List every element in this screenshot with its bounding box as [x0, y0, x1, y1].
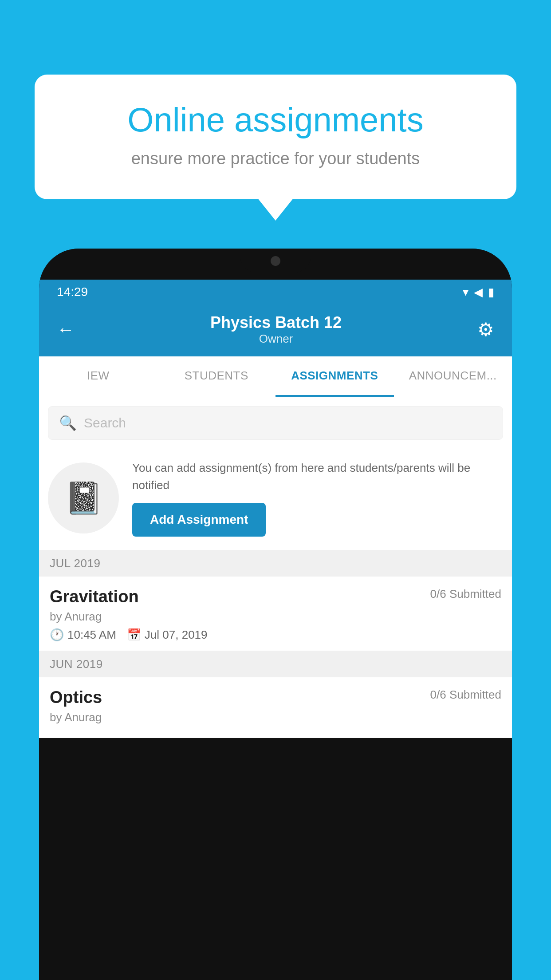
time-value: 10:45 AM: [67, 628, 116, 642]
search-placeholder: Search: [84, 415, 126, 431]
tab-assignments[interactable]: ASSIGNMENTS: [276, 356, 394, 397]
settings-icon[interactable]: ⚙: [477, 319, 494, 340]
notebook-icon: 📓: [64, 480, 103, 516]
speech-bubble-container: Online assignments ensure more practice …: [35, 75, 516, 199]
assignment-name-optics: Optics: [50, 688, 102, 707]
header-subtitle: Owner: [210, 332, 342, 346]
assignment-item-gravitation[interactable]: Gravitation 0/6 Submitted by Anurag 🕐 10…: [39, 577, 512, 651]
clock-icon: 🕐: [50, 628, 64, 642]
screen-content: 🔍 Search 📓 You can add assignment(s) fro…: [39, 397, 512, 738]
phone-frame: 14:29 ▾ ◀ ▮ ← Physics Batch 12 Owner ⚙ I…: [39, 249, 512, 980]
speech-bubble: Online assignments ensure more practice …: [35, 75, 516, 199]
add-assignment-section: 📓 You can add assignment(s) from here an…: [39, 449, 512, 550]
tab-iew[interactable]: IEW: [39, 356, 157, 397]
calendar-icon: 📅: [127, 628, 141, 642]
tab-students[interactable]: STUDENTS: [157, 356, 276, 397]
assignment-submitted-optics: 0/6 Submitted: [430, 688, 501, 702]
signal-icon: ◀: [474, 285, 483, 299]
tab-announcements[interactable]: ANNOUNCEM...: [394, 356, 512, 397]
add-assignment-right: You can add assignment(s) from here and …: [132, 459, 503, 537]
search-icon: 🔍: [59, 415, 77, 431]
wifi-icon: ▾: [463, 285, 468, 299]
assignment-item-optics[interactable]: Optics 0/6 Submitted by Anurag: [39, 677, 512, 738]
speech-bubble-title: Online assignments: [66, 101, 485, 138]
status-time: 14:29: [57, 285, 88, 299]
speech-bubble-subtitle: ensure more practice for your students: [66, 149, 485, 168]
assignment-submitted: 0/6 Submitted: [430, 587, 501, 601]
status-icons: ▾ ◀ ▮: [463, 285, 494, 299]
add-assignment-button[interactable]: Add Assignment: [132, 503, 266, 537]
header-title: Physics Batch 12: [210, 313, 342, 332]
phone-notch: [240, 249, 311, 273]
assignment-time: 🕐 10:45 AM: [50, 628, 116, 642]
app-header: ← Physics Batch 12 Owner ⚙: [39, 304, 512, 356]
status-bar: 14:29 ▾ ◀ ▮: [39, 280, 512, 304]
section-header-jul-2019: JUL 2019: [39, 550, 512, 577]
assignment-by-optics: by Anurag: [50, 711, 501, 724]
add-assignment-description: You can add assignment(s) from here and …: [132, 459, 503, 494]
assignment-icon-circle: 📓: [48, 462, 119, 533]
assignment-item-top-optics: Optics 0/6 Submitted: [50, 688, 501, 707]
phone-camera: [271, 256, 280, 266]
date-value: Jul 07, 2019: [145, 628, 208, 642]
battery-icon: ▮: [488, 285, 494, 299]
assignment-name: Gravitation: [50, 587, 139, 606]
phone-notch-area: [39, 249, 512, 280]
assignment-by: by Anurag: [50, 610, 501, 624]
search-bar[interactable]: 🔍 Search: [48, 406, 503, 440]
header-center: Physics Batch 12 Owner: [210, 313, 342, 346]
assignment-date: 📅 Jul 07, 2019: [127, 628, 208, 642]
section-header-jun-2019: JUN 2019: [39, 651, 512, 677]
tabs-bar: IEW STUDENTS ASSIGNMENTS ANNOUNCEM...: [39, 356, 512, 397]
assignment-meta: 🕐 10:45 AM 📅 Jul 07, 2019: [50, 628, 501, 642]
assignment-item-top: Gravitation 0/6 Submitted: [50, 587, 501, 606]
back-button[interactable]: ←: [57, 320, 75, 340]
